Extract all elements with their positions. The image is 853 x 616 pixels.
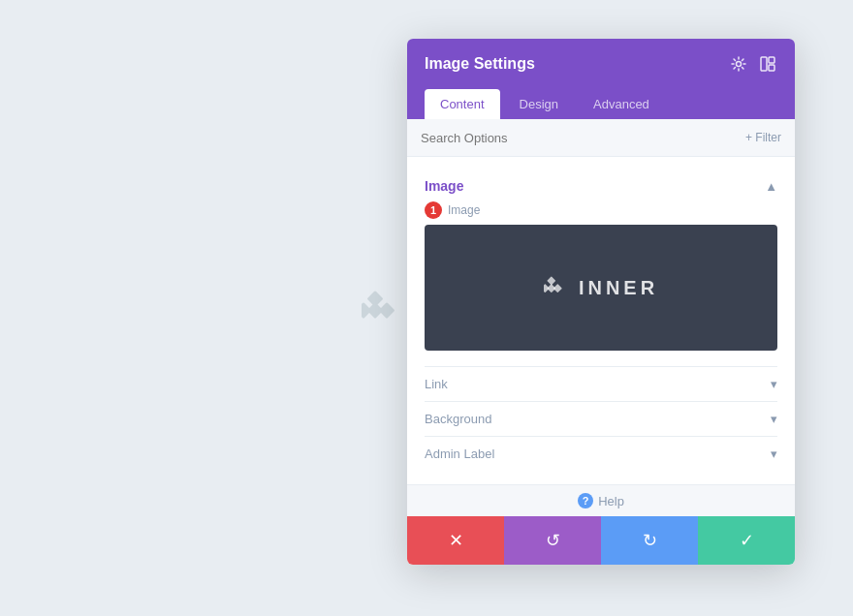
section-image-header[interactable]: Image ▲: [425, 170, 777, 201]
section-link[interactable]: Link ▾: [425, 366, 777, 401]
svg-rect-7: [769, 65, 774, 71]
section-link-chevron: ▾: [771, 377, 777, 391]
preview-inner-text: INNER: [579, 277, 658, 299]
section-image-chevron: ▲: [765, 179, 777, 194]
image-label-text: Image: [448, 203, 480, 217]
settings-panel: Image Settings Content Design Advanced: [407, 39, 795, 565]
search-input-wrap: [421, 129, 745, 146]
redo-button[interactable]: ↻: [601, 516, 698, 565]
panel-title: Image Settings: [425, 55, 535, 73]
preview-inner-logo: INNER: [544, 275, 658, 300]
panel-body: Image ▲ 1 Image INNER: [407, 157, 795, 484]
help-icon: ?: [578, 493, 593, 508]
section-link-title: Link: [425, 377, 448, 391]
section-admin-label-chevron: ▾: [771, 447, 777, 461]
tabs-bar: Content Design Advanced: [407, 89, 795, 119]
panel-header-icons: [729, 54, 777, 74]
svg-rect-2: [362, 302, 371, 319]
cancel-button[interactable]: ✕: [407, 516, 504, 565]
help-text: ? Help: [415, 493, 787, 508]
section-image-title: Image: [425, 178, 463, 194]
section-background-title: Background: [425, 412, 491, 426]
svg-rect-8: [547, 276, 555, 285]
layout-icon[interactable]: [758, 54, 777, 74]
section-background-chevron: ▾: [771, 412, 777, 426]
svg-rect-10: [544, 284, 550, 293]
help-bar: ? Help: [407, 484, 795, 516]
svg-rect-11: [553, 284, 562, 293]
image-label: 1 Image: [425, 201, 777, 219]
section-background[interactable]: Background ▾: [425, 401, 777, 436]
section-admin-label-title: Admin Label: [425, 447, 494, 461]
filter-button[interactable]: + Filter: [745, 131, 781, 144]
help-label: Help: [598, 494, 624, 508]
svg-rect-6: [769, 57, 774, 63]
search-bar: + Filter: [407, 119, 795, 157]
section-image: Image ▲ 1 Image INNER: [425, 170, 777, 351]
search-input[interactable]: [421, 131, 745, 145]
confirm-button[interactable]: ✓: [698, 516, 795, 565]
preview-diamond-icon: [544, 275, 569, 300]
tab-advanced[interactable]: Advanced: [578, 89, 665, 119]
tab-content[interactable]: Content: [425, 89, 500, 119]
image-preview[interactable]: INNER: [425, 225, 777, 351]
svg-rect-3: [379, 302, 395, 319]
panel-footer: ✕ ↺ ↻ ✓: [407, 516, 795, 565]
svg-rect-5: [761, 57, 767, 71]
svg-point-4: [737, 62, 742, 67]
tab-design[interactable]: Design: [504, 89, 574, 119]
settings-icon[interactable]: [729, 54, 748, 74]
canvas-diamond-icon: [362, 289, 400, 327]
undo-button[interactable]: ↺: [504, 516, 601, 565]
image-badge: 1: [425, 201, 442, 219]
section-admin-label[interactable]: Admin Label ▾: [425, 436, 777, 471]
panel-header: Image Settings: [407, 39, 795, 89]
